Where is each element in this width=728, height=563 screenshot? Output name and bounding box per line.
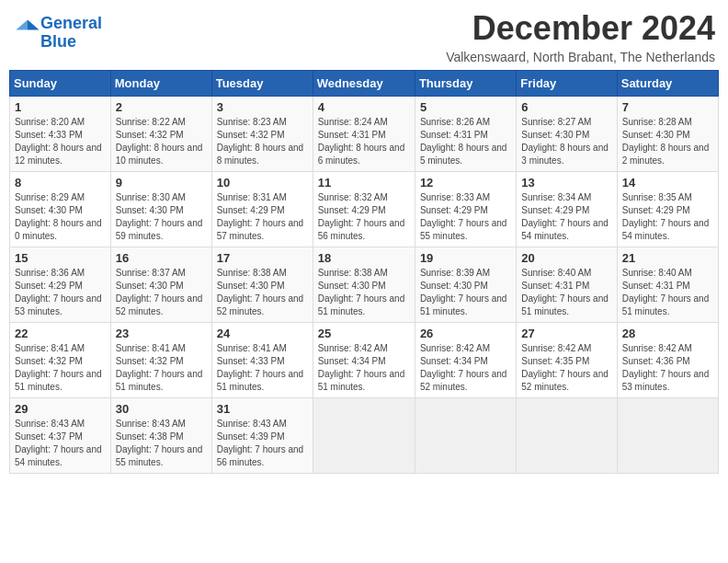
day-info: Sunrise: 8:24 AMSunset: 4:31 PMDaylight:… <box>318 116 410 167</box>
calendar-cell: 25Sunrise: 8:42 AMSunset: 4:34 PMDayligh… <box>313 323 415 398</box>
day-info: Sunrise: 8:38 AMSunset: 4:30 PMDaylight:… <box>318 267 410 318</box>
calendar-cell: 31Sunrise: 8:43 AMSunset: 4:39 PMDayligh… <box>211 398 313 474</box>
calendar-cell: 3Sunrise: 8:23 AMSunset: 4:32 PMDaylight… <box>211 97 313 172</box>
calendar-cell: 27Sunrise: 8:42 AMSunset: 4:35 PMDayligh… <box>517 323 617 398</box>
day-number: 23 <box>116 327 207 340</box>
calendar-cell: 2Sunrise: 8:22 AMSunset: 4:32 PMDaylight… <box>110 97 211 172</box>
day-info: Sunrise: 8:42 AMSunset: 4:35 PMDaylight:… <box>521 342 611 394</box>
day-info: Sunrise: 8:41 AMSunset: 4:32 PMDaylight:… <box>15 342 106 394</box>
day-number: 11 <box>318 176 410 190</box>
calendar-cell: 5Sunrise: 8:26 AMSunset: 4:31 PMDaylight… <box>415 97 516 172</box>
day-number: 6 <box>521 100 611 114</box>
day-number: 7 <box>622 100 713 114</box>
day-number: 24 <box>217 327 308 340</box>
calendar-cell: 22Sunrise: 8:41 AMSunset: 4:32 PMDayligh… <box>10 323 111 398</box>
calendar-cell: 30Sunrise: 8:43 AMSunset: 4:38 PMDayligh… <box>110 398 211 474</box>
day-number: 14 <box>622 176 713 190</box>
day-number: 9 <box>116 176 207 190</box>
day-number: 22 <box>15 327 106 340</box>
calendar-cell: 28Sunrise: 8:42 AMSunset: 4:36 PMDayligh… <box>617 323 718 398</box>
day-info: Sunrise: 8:20 AMSunset: 4:33 PMDaylight:… <box>15 116 106 167</box>
weekday-thursday: Thursday <box>415 71 516 97</box>
weekday-saturday: Saturday <box>617 71 718 97</box>
day-info: Sunrise: 8:33 AMSunset: 4:29 PMDaylight:… <box>420 191 511 243</box>
day-number: 29 <box>15 402 106 416</box>
calendar-cell: 14Sunrise: 8:35 AMSunset: 4:29 PMDayligh… <box>617 172 718 247</box>
day-number: 18 <box>318 251 410 265</box>
day-number: 31 <box>217 402 308 416</box>
day-info: Sunrise: 8:43 AMSunset: 4:37 PMDaylight:… <box>15 418 106 469</box>
calendar-cell: 21Sunrise: 8:40 AMSunset: 4:31 PMDayligh… <box>617 247 718 323</box>
week-row-4: 22Sunrise: 8:41 AMSunset: 4:32 PMDayligh… <box>10 323 719 398</box>
calendar-cell: 6Sunrise: 8:27 AMSunset: 4:30 PMDaylight… <box>517 97 617 172</box>
day-info: Sunrise: 8:26 AMSunset: 4:31 PMDaylight:… <box>420 116 511 167</box>
calendar-cell: 23Sunrise: 8:41 AMSunset: 4:32 PMDayligh… <box>110 323 211 398</box>
day-info: Sunrise: 8:27 AMSunset: 4:30 PMDaylight:… <box>521 116 611 167</box>
calendar-cell: 16Sunrise: 8:37 AMSunset: 4:30 PMDayligh… <box>110 247 211 323</box>
calendar-cell: 19Sunrise: 8:39 AMSunset: 4:30 PMDayligh… <box>415 247 516 323</box>
calendar-cell: 24Sunrise: 8:41 AMSunset: 4:33 PMDayligh… <box>211 323 313 398</box>
weekday-tuesday: Tuesday <box>211 71 313 97</box>
month-title: December 2024 <box>446 9 715 48</box>
day-number: 8 <box>15 176 106 190</box>
day-info: Sunrise: 8:39 AMSunset: 4:30 PMDaylight:… <box>420 267 511 318</box>
day-info: Sunrise: 8:42 AMSunset: 4:34 PMDaylight:… <box>420 342 511 394</box>
day-info: Sunrise: 8:40 AMSunset: 4:31 PMDaylight:… <box>521 267 611 318</box>
day-info: Sunrise: 8:38 AMSunset: 4:30 PMDaylight:… <box>217 267 308 318</box>
calendar-cell: 11Sunrise: 8:32 AMSunset: 4:29 PMDayligh… <box>313 172 415 247</box>
day-info: Sunrise: 8:42 AMSunset: 4:34 PMDaylight:… <box>318 342 410 394</box>
weekday-wednesday: Wednesday <box>313 71 415 97</box>
day-info: Sunrise: 8:43 AMSunset: 4:39 PMDaylight:… <box>217 418 308 469</box>
title-block: December 2024 Valkenswaard, North Braban… <box>446 9 715 64</box>
calendar-body: 1Sunrise: 8:20 AMSunset: 4:33 PMDaylight… <box>10 97 719 474</box>
day-number: 13 <box>521 176 611 190</box>
day-number: 5 <box>420 100 511 114</box>
day-number: 21 <box>622 251 713 265</box>
week-row-1: 1Sunrise: 8:20 AMSunset: 4:33 PMDaylight… <box>10 97 719 172</box>
day-number: 10 <box>217 176 308 190</box>
day-number: 4 <box>318 100 410 114</box>
svg-marker-0 <box>28 19 40 29</box>
day-info: Sunrise: 8:41 AMSunset: 4:33 PMDaylight:… <box>217 342 308 394</box>
day-number: 2 <box>116 100 207 114</box>
calendar-cell <box>617 398 718 474</box>
day-number: 15 <box>15 251 106 265</box>
week-row-3: 15Sunrise: 8:36 AMSunset: 4:29 PMDayligh… <box>10 247 719 323</box>
day-number: 3 <box>217 100 308 114</box>
day-info: Sunrise: 8:31 AMSunset: 4:29 PMDaylight:… <box>217 191 308 243</box>
calendar-cell: 13Sunrise: 8:34 AMSunset: 4:29 PMDayligh… <box>517 172 617 247</box>
day-number: 19 <box>420 251 511 265</box>
day-number: 1 <box>15 100 106 114</box>
day-info: Sunrise: 8:35 AMSunset: 4:29 PMDaylight:… <box>622 191 713 243</box>
svg-marker-1 <box>16 19 28 29</box>
calendar-cell: 17Sunrise: 8:38 AMSunset: 4:30 PMDayligh… <box>211 247 313 323</box>
weekday-header-row: SundayMondayTuesdayWednesdayThursdayFrid… <box>10 71 719 97</box>
calendar-cell: 12Sunrise: 8:33 AMSunset: 4:29 PMDayligh… <box>415 172 516 247</box>
weekday-monday: Monday <box>110 71 211 97</box>
day-number: 27 <box>521 327 611 340</box>
calendar-cell: 4Sunrise: 8:24 AMSunset: 4:31 PMDaylight… <box>313 97 415 172</box>
calendar-cell <box>517 398 617 474</box>
page-header: General Blue December 2024 Valkenswaard,… <box>9 9 719 64</box>
logo: General Blue <box>13 15 102 52</box>
calendar-cell: 29Sunrise: 8:43 AMSunset: 4:37 PMDayligh… <box>10 398 111 474</box>
calendar-cell: 20Sunrise: 8:40 AMSunset: 4:31 PMDayligh… <box>517 247 617 323</box>
week-row-5: 29Sunrise: 8:43 AMSunset: 4:37 PMDayligh… <box>10 398 719 474</box>
day-info: Sunrise: 8:30 AMSunset: 4:30 PMDaylight:… <box>116 191 207 243</box>
day-number: 16 <box>116 251 207 265</box>
day-info: Sunrise: 8:40 AMSunset: 4:31 PMDaylight:… <box>622 267 713 318</box>
calendar-cell: 9Sunrise: 8:30 AMSunset: 4:30 PMDaylight… <box>110 172 211 247</box>
day-number: 30 <box>116 402 207 416</box>
day-info: Sunrise: 8:37 AMSunset: 4:30 PMDaylight:… <box>116 267 207 318</box>
day-info: Sunrise: 8:22 AMSunset: 4:32 PMDaylight:… <box>116 116 207 167</box>
day-info: Sunrise: 8:34 AMSunset: 4:29 PMDaylight:… <box>521 191 611 243</box>
week-row-2: 8Sunrise: 8:29 AMSunset: 4:30 PMDaylight… <box>10 172 719 247</box>
day-number: 20 <box>521 251 611 265</box>
calendar-cell: 7Sunrise: 8:28 AMSunset: 4:30 PMDaylight… <box>617 97 718 172</box>
day-info: Sunrise: 8:41 AMSunset: 4:32 PMDaylight:… <box>116 342 207 394</box>
day-number: 26 <box>420 327 511 340</box>
calendar-cell: 10Sunrise: 8:31 AMSunset: 4:29 PMDayligh… <box>211 172 313 247</box>
day-info: Sunrise: 8:43 AMSunset: 4:38 PMDaylight:… <box>116 418 207 469</box>
day-info: Sunrise: 8:36 AMSunset: 4:29 PMDaylight:… <box>15 267 106 318</box>
calendar-cell: 1Sunrise: 8:20 AMSunset: 4:33 PMDaylight… <box>10 97 111 172</box>
